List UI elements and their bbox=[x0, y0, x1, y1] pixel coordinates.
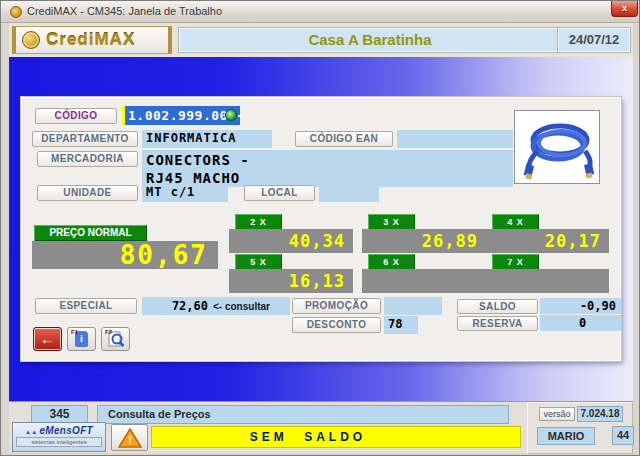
vendor-tagline: sistemas inteligentes bbox=[16, 437, 102, 447]
tier-5x-label: 5 X bbox=[235, 254, 282, 270]
vendor-name: eMensOFT bbox=[16, 425, 102, 436]
promocao-label: PROMOÇÃO bbox=[292, 298, 381, 314]
codigo-ean-label: CÓDIGO EAN bbox=[295, 131, 393, 147]
tier-6x-value bbox=[362, 269, 486, 293]
tier-3x-value: 26,89 bbox=[362, 229, 486, 253]
desconto-label: DESCONTO bbox=[292, 317, 381, 333]
exit-button[interactable]: ← bbox=[33, 327, 62, 351]
warning-button[interactable]: ! bbox=[111, 424, 148, 451]
codigo-ean-field bbox=[397, 130, 513, 148]
preco-normal-value: 80,67 bbox=[32, 241, 218, 269]
saldo-label: SALDO bbox=[457, 299, 538, 314]
especial-field[interactable]: 72,60 <- consultar bbox=[142, 297, 290, 315]
unidade-field: MT c/1 bbox=[142, 184, 228, 202]
unidade-label: UNIDADE bbox=[37, 185, 138, 201]
cable-image bbox=[515, 111, 599, 183]
local-field bbox=[319, 184, 379, 202]
especial-label: ESPECIAL bbox=[35, 298, 137, 314]
back-arrow-icon: ← bbox=[40, 329, 55, 349]
local-label: LOCAL bbox=[244, 185, 315, 201]
search-button[interactable]: F2 bbox=[101, 327, 130, 351]
preco-normal-label: PREÇO NORMAL bbox=[34, 225, 147, 241]
versao-label[interactable]: versão bbox=[539, 407, 575, 421]
close-button[interactable]: x bbox=[611, 1, 638, 17]
app-icon bbox=[10, 6, 22, 18]
current-date: 24/07/12 bbox=[558, 28, 630, 52]
price-consult-panel: CÓDIGO 1.002.999.005-9 DEPARTAMENTO INFO… bbox=[21, 97, 621, 361]
tier-7x-label: 7 X bbox=[492, 254, 539, 270]
tier-3x-label: 3 X bbox=[368, 214, 415, 230]
tier-2x-label: 2 X bbox=[235, 214, 282, 230]
tier-7x-value bbox=[485, 269, 609, 293]
vendor-logo: eMensOFT sistemas inteligentes bbox=[12, 422, 106, 452]
workspace-background: CÓDIGO 1.002.999.005-9 DEPARTAMENTO INFO… bbox=[9, 57, 633, 401]
departamento-label: DEPARTAMENTO bbox=[32, 131, 138, 147]
mercadoria-field: CONECTORS - RJ45 MACHO bbox=[142, 150, 513, 187]
credimax-logo: CrediMAX bbox=[12, 26, 172, 54]
mercadoria-label: MERCADORIA bbox=[37, 151, 138, 167]
titlebar[interactable]: CrediMAX - CM345: Janela de Trabalho x bbox=[1, 1, 640, 23]
footer-band: 345 Consulta de Preços eMensOFT sistemas… bbox=[9, 401, 633, 453]
especial-value: 72,60 bbox=[146, 298, 208, 315]
product-image bbox=[514, 110, 600, 184]
desconto-field: 78 bbox=[384, 316, 418, 334]
tier-2x-value: 40,34 bbox=[229, 229, 353, 253]
header-band: CrediMAX Casa A Baratinha 24/07/12 bbox=[9, 23, 633, 57]
tier-4x-label: 4 X bbox=[492, 214, 539, 230]
departamento-field: INFORMATICA bbox=[142, 130, 272, 148]
f2-key-hint: F2 bbox=[105, 329, 112, 335]
terminal-number: 44 bbox=[612, 426, 634, 445]
alert-message: SEM SALDO bbox=[151, 426, 521, 448]
warning-triangle-icon: ! bbox=[118, 428, 142, 448]
promocao-field bbox=[384, 297, 442, 315]
f1-key-hint: F1 bbox=[71, 329, 78, 335]
session-panel: versão 7.024.18 MARIO 44 bbox=[527, 402, 633, 454]
status-led-icon bbox=[225, 109, 237, 121]
tier-6x-label: 6 X bbox=[368, 254, 415, 270]
especial-consultar-hint: <- consultar bbox=[213, 298, 270, 315]
reserva-field: 0 bbox=[540, 315, 621, 331]
reserva-label: RESERVA bbox=[457, 316, 538, 331]
user-name: MARIO bbox=[537, 427, 595, 445]
window-title: CrediMAX - CM345: Janela de Trabalho bbox=[27, 5, 222, 17]
saldo-field: -0,90 bbox=[540, 298, 621, 314]
codigo-input[interactable]: 1.002.999.005-9 bbox=[122, 106, 240, 125]
store-name: Casa A Baratinha bbox=[179, 28, 561, 52]
screen-name: Consulta de Preços bbox=[97, 405, 509, 424]
coin-icon bbox=[22, 31, 40, 49]
versao-value: 7.024.18 bbox=[577, 406, 623, 422]
tier-5x-value: 16,13 bbox=[229, 269, 353, 293]
mercadoria-line1: CONECTORS - bbox=[146, 151, 513, 169]
codigo-label: CÓDIGO bbox=[35, 108, 117, 124]
info-button[interactable]: F1 i bbox=[67, 327, 96, 351]
svg-text:!: ! bbox=[128, 434, 132, 446]
logo-text: CrediMAX bbox=[46, 30, 135, 50]
credimax-window: CrediMAX - CM345: Janela de Trabalho x C… bbox=[0, 0, 640, 456]
tier-4x-value: 20,17 bbox=[485, 229, 609, 253]
